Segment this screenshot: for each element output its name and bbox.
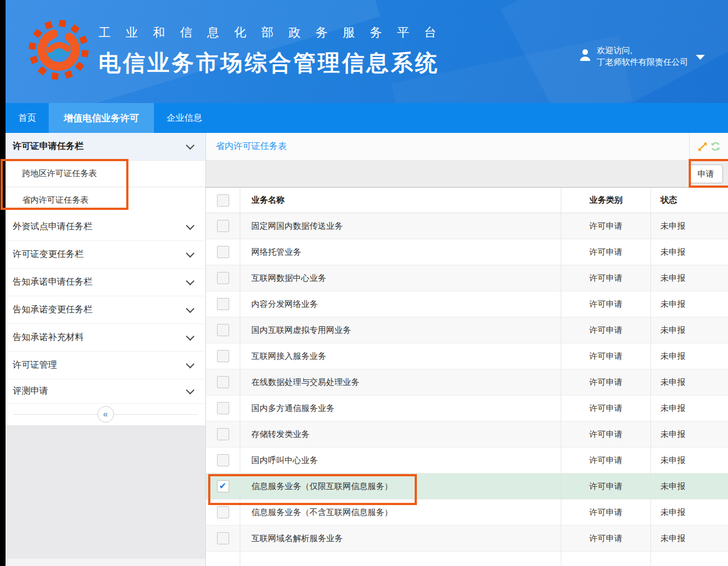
column-header-business-name: 业务名称 <box>240 188 561 213</box>
table-row[interactable]: 互联网域名解析服务业务 许可申请 未申报 <box>206 526 728 552</box>
platform-name: 工业和信息化部政务服务平台 <box>99 24 451 41</box>
row-checkbox[interactable] <box>217 428 229 440</box>
column-header-business-category: 业务类别 <box>561 188 651 213</box>
row-checkbox[interactable] <box>217 376 229 388</box>
sidebar-item-provincial-task-list[interactable]: 省内许可证任务表 <box>6 187 205 213</box>
sidebar-section-license-change[interactable]: 许可证变更任务栏 <box>6 241 205 269</box>
task-table: 业务名称 业务类别 状态 固定网国内数据传送业务 许可申请 未申报 网络托管业务… <box>206 187 728 565</box>
table-row[interactable]: 信息服务业务（不含互联网信息服务） 许可申请 未申报 <box>206 500 728 526</box>
row-checkbox[interactable] <box>217 402 229 414</box>
tab-enterprise-info[interactable]: 企业信息 <box>154 103 215 133</box>
chevron-down-icon <box>186 141 195 150</box>
tab-value-added-telecom-license[interactable]: 增值电信业务许可 <box>49 103 154 133</box>
table-row[interactable]: 互联网接入服务业务 许可申请 未申报 <box>206 343 728 369</box>
table-header-row: 业务名称 业务类别 状态 <box>206 187 728 213</box>
panel-titlebar: 省内许可证任务表 <box>206 133 728 161</box>
welcome-text: 欢迎访问, 丁老师软件有限责任公司 <box>597 44 688 68</box>
chevron-down-icon <box>186 332 195 341</box>
chevron-down-icon <box>186 249 195 258</box>
chevron-down-icon <box>186 221 195 230</box>
table-row[interactable]: 互联网数据中心业务 许可申请 未申报 <box>206 265 728 291</box>
chevron-down-icon <box>186 359 195 368</box>
sidebar-section-notify-commit-change[interactable]: 告知承诺变更任务栏 <box>6 296 205 324</box>
app-logo-icon <box>28 17 90 84</box>
system-title: 电信业务市场综合管理信息系统 <box>99 48 451 78</box>
person-icon <box>579 48 591 64</box>
sidebar: 许可证申请任务栏 跨地区许可证任务表 省内许可证任务表 外资试点申请任务栏 许可… <box>6 133 206 566</box>
table-row-selected[interactable]: 信息服务业务（仅限互联网信息服务） 许可申请 未申报 <box>206 474 728 500</box>
select-all-checkbox[interactable] <box>217 194 229 207</box>
panel-titlebar-icons <box>689 133 728 160</box>
expand-arrows-icon[interactable] <box>697 141 708 152</box>
app-header: 工业和信息化部政务服务平台 电信业务市场综合管理信息系统 欢迎访问, 丁老师软件… <box>0 0 728 103</box>
sidebar-section-license-manage[interactable]: 许可证管理 <box>6 352 205 379</box>
main-nav: 首页 增值电信业务许可 企业信息 <box>0 103 728 133</box>
table-filler-row <box>206 552 728 565</box>
chevron-down-icon <box>186 385 195 394</box>
sidebar-section-notify-commit-apply[interactable]: 告知承诺申请任务栏 <box>6 269 205 296</box>
sidebar-section-license-apply[interactable]: 许可证申请任务栏 <box>6 133 205 161</box>
apply-button[interactable]: 申请 <box>689 164 723 183</box>
panel-title: 省内许可证任务表 <box>216 141 287 152</box>
content-panel: 省内许可证任务表 <box>206 133 728 566</box>
row-checkbox[interactable] <box>217 298 229 310</box>
row-checkbox[interactable] <box>217 220 229 232</box>
caret-down-icon <box>696 55 705 60</box>
column-header-status: 状态 <box>651 188 728 213</box>
table-row[interactable]: 内容分发网络业务 许可申请 未申报 <box>206 291 728 317</box>
collapse-left-icon[interactable]: « <box>97 406 114 423</box>
table-row[interactable]: 国内呼叫中心业务 许可申请 未申报 <box>206 447 728 474</box>
sidebar-section-foreign-pilot-apply[interactable]: 外资试点申请任务栏 <box>6 213 205 241</box>
row-checkbox[interactable] <box>217 506 229 518</box>
chevron-down-icon <box>186 304 195 313</box>
row-checkbox[interactable] <box>217 272 229 284</box>
sidebar-section-notify-commit-supplement[interactable]: 告知承诺补充材料 <box>6 324 205 352</box>
table-row[interactable]: 固定网国内数据传送业务 许可申请 未申报 <box>206 213 728 239</box>
row-checkbox[interactable] <box>217 532 229 544</box>
user-menu[interactable]: 欢迎访问, 丁老师软件有限责任公司 <box>579 44 705 68</box>
row-checkbox[interactable] <box>217 350 229 362</box>
screen-left-edge <box>0 0 6 566</box>
sidebar-section-evaluation-apply[interactable]: 评测申请 <box>6 379 205 404</box>
row-checkbox[interactable] <box>217 324 229 336</box>
app-window: 工业和信息化部政务服务平台 电信业务市场综合管理信息系统 欢迎访问, 丁老师软件… <box>0 0 728 566</box>
table-toolbar: 申请 <box>206 161 728 187</box>
brand-block: 工业和信息化部政务服务平台 电信业务市场综合管理信息系统 <box>99 24 451 78</box>
sidebar-item-cross-region-task-list[interactable]: 跨地区许可证任务表 <box>6 161 205 187</box>
row-checkbox[interactable] <box>217 246 229 258</box>
row-checkbox[interactable] <box>217 454 229 466</box>
chevron-down-icon <box>186 276 195 285</box>
refresh-icon[interactable] <box>710 141 721 152</box>
table-row[interactable]: 在线数据处理与交易处理业务 许可申请 未申报 <box>206 369 728 395</box>
row-checkbox-checked[interactable] <box>217 480 229 492</box>
table-row[interactable]: 国内互联网虚拟专用网业务 许可申请 未申报 <box>206 317 728 343</box>
table-row[interactable]: 国内多方通信服务业务 许可申请 未申报 <box>206 395 728 421</box>
table-row[interactable]: 网络托管业务 许可申请 未申报 <box>206 239 728 265</box>
table-row[interactable]: 存储转发类业务 许可申请 未申报 <box>206 421 728 447</box>
tab-home[interactable]: 首页 <box>6 103 49 133</box>
sidebar-empty-area <box>6 425 205 566</box>
sidebar-collapse-toggle[interactable]: « <box>6 404 205 425</box>
